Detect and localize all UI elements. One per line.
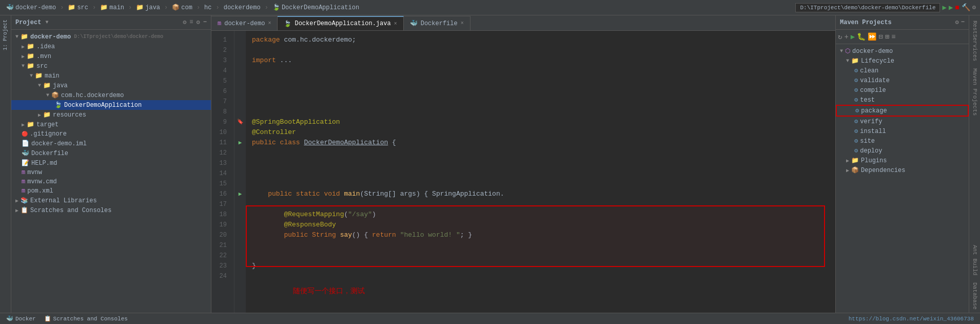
breadcrumb-sep7: › bbox=[265, 4, 268, 11]
panel-settings-icon[interactable]: ⚙ bbox=[197, 18, 200, 26]
maven-refresh-btn[interactable]: ↻ bbox=[838, 32, 842, 41]
code-line-3: import ... bbox=[252, 55, 829, 66]
settings-button[interactable]: ⚙ bbox=[972, 4, 976, 11]
tab-dockerfile[interactable]: 🐳 Dockerfile × bbox=[404, 16, 471, 30]
panel-sync-icon[interactable]: ⚙ bbox=[183, 18, 186, 26]
project-name-breadcrumb[interactable]: 🐳 docker-demo bbox=[4, 3, 58, 12]
maven-gear-test: ⚙ bbox=[854, 96, 858, 104]
build-button[interactable]: 🔨 bbox=[962, 3, 970, 12]
gutter-run-11[interactable]: ▶ bbox=[234, 138, 246, 148]
debug-button[interactable]: ▶ bbox=[949, 3, 953, 12]
maven-settings-icon[interactable]: ⚙ bbox=[955, 18, 959, 26]
maven-expand-btn[interactable]: ⊞ bbox=[885, 32, 889, 41]
tree-item-mvnwcmd[interactable]: m mvnw.cmd bbox=[11, 177, 211, 186]
kw-class: class bbox=[280, 138, 304, 148]
tree-item-dockerdemoapplication[interactable]: 🍃 DockerDemoApplication bbox=[11, 100, 211, 110]
breadcrumb: 🐳 docker-demo › 📁 src › 📁 main › 📁 java … bbox=[4, 3, 361, 12]
maven-item-root[interactable]: ▼ ⬡ docker-demo bbox=[836, 46, 969, 56]
tab-docker-demo-close[interactable]: × bbox=[268, 21, 271, 26]
maven-package-label: package bbox=[861, 107, 887, 115]
status-link[interactable]: https://blog.csdn.net/weixin_43606738 bbox=[849, 316, 974, 322]
code-package: com.hc.dockerdemo; bbox=[284, 35, 356, 45]
tab-docker-demo[interactable]: m docker-demo × bbox=[211, 16, 278, 30]
tree-item-java[interactable]: ▼ 📁 java bbox=[11, 81, 211, 90]
tree-item-external-libs[interactable]: ▶ 📚 External Libraries bbox=[11, 196, 211, 205]
tree-item-idea[interactable]: ▶ 📁 .idea bbox=[11, 42, 211, 51]
maven-install-label: install bbox=[860, 128, 886, 135]
maven-toolbar: ↻ + ▶ 🐛 ⏩ ⊟ ⊞ ≡ bbox=[836, 30, 969, 44]
project-strip-icon[interactable]: 1: Project bbox=[3, 17, 8, 52]
tree-item-mvnw[interactable]: m mvnw bbox=[11, 168, 211, 177]
maven-run-btn[interactable]: ▶ bbox=[851, 32, 855, 41]
strip-maven-projects[interactable]: Maven Projects bbox=[971, 65, 979, 119]
maven-item-compile[interactable]: ⚙ compile bbox=[836, 85, 969, 95]
maven-item-verify[interactable]: ⚙ verify bbox=[836, 117, 969, 126]
maven-panel: Maven Projects ⚙ − ↻ + ▶ 🐛 ⏩ ⊟ ⊞ ≡ ▼ ⬡ d… bbox=[835, 15, 969, 313]
bottom-docker[interactable]: 🐳 Docker bbox=[6, 315, 36, 322]
maven-item-validate[interactable]: ⚙ validate bbox=[836, 75, 969, 85]
bottom-docker-icon: 🐳 bbox=[6, 315, 13, 322]
ext-libs-icon: 📚 bbox=[21, 197, 28, 204]
tree-item-target[interactable]: ▶ 📁 target bbox=[11, 120, 211, 129]
kw-public-20: public bbox=[284, 230, 312, 240]
editor-with-gutter: 123456789101112131415161718192021222324 … bbox=[211, 31, 835, 313]
maven-item-lifecycle[interactable]: ▼ 📁 Lifecycle bbox=[836, 56, 969, 66]
tree-item-helpmd[interactable]: 📝 HELP.md bbox=[11, 158, 211, 168]
maven-item-plugins[interactable]: ▶ 📁 Plugins bbox=[836, 156, 969, 165]
strip-ant-build[interactable]: Ant Build bbox=[971, 242, 979, 278]
maven-skip-btn[interactable]: ⏩ bbox=[868, 32, 876, 41]
tree-item-scratches[interactable]: ▶ 📋 Scratches and Consoles bbox=[11, 205, 211, 215]
maven-debug-btn[interactable]: 🐛 bbox=[857, 32, 866, 41]
gutter-run-16[interactable]: ▶ bbox=[234, 189, 246, 199]
strip-rest-services[interactable]: RestServices bbox=[971, 17, 979, 64]
maven-gear-package: ⚙ bbox=[855, 107, 859, 115]
tree-root-docker-demo[interactable]: ▼ 📁 docker-demo D:\ITproject\demo\docker… bbox=[11, 32, 211, 42]
tree-item-gitignore[interactable]: 🔴 .gitignore bbox=[11, 129, 211, 139]
tree-item-main[interactable]: ▼ 📁 main bbox=[11, 71, 211, 81]
breadcrumb-com[interactable]: 📦 com bbox=[170, 3, 194, 12]
tree-item-package[interactable]: ▼ 📦 com.hc.dockerdemo bbox=[11, 90, 211, 100]
tab-dockerfile-close[interactable]: × bbox=[461, 21, 464, 26]
code-line-1: package com.hc.dockerdemo; bbox=[252, 35, 829, 45]
breadcrumb-main[interactable]: 📁 main bbox=[98, 3, 126, 12]
breadcrumb-java[interactable]: 📁 java bbox=[134, 3, 162, 12]
code-content[interactable]: package com.hc.dockerdemo; import ... @S… bbox=[246, 31, 835, 313]
breadcrumb-class[interactable]: 🍃 DockerDemoApplication bbox=[270, 3, 361, 12]
stop-button[interactable]: ■ bbox=[955, 4, 959, 12]
tree-item-dockerfile[interactable]: 🐳 Dockerfile bbox=[11, 148, 211, 158]
run-button[interactable]: ▶ bbox=[942, 3, 946, 12]
strip-database[interactable]: Database bbox=[971, 279, 979, 313]
bottom-scratches[interactable]: 📋 Scratches and Consoles bbox=[44, 315, 128, 322]
tree-item-src[interactable]: ▼ 📁 src bbox=[11, 61, 211, 71]
tree-item-mvn[interactable]: ▶ 📁 .mvn bbox=[11, 51, 211, 61]
maven-item-install[interactable]: ⚙ install bbox=[836, 126, 969, 136]
maven-item-test[interactable]: ⚙ test bbox=[836, 95, 969, 105]
gutter-row-10 bbox=[234, 127, 246, 138]
tree-item-pomxml[interactable]: m pom.xml bbox=[11, 186, 211, 196]
maven-item-deploy[interactable]: ⚙ deploy bbox=[836, 146, 969, 156]
tree-item-resources[interactable]: ▶ 📁 resources bbox=[11, 110, 211, 120]
tree-item-iml[interactable]: 📄 docker-demo.iml bbox=[11, 139, 211, 148]
maven-arrow-root: ▼ bbox=[840, 48, 843, 54]
tree-label-root: docker-demo bbox=[30, 33, 71, 41]
breadcrumb-hc[interactable]: hc bbox=[202, 3, 213, 12]
maven-item-package[interactable]: ⚙ package bbox=[836, 105, 969, 117]
maven-compile-label: compile bbox=[860, 87, 886, 94]
panel-collapse-icon[interactable]: ≡ bbox=[189, 18, 193, 26]
panel-dropdown[interactable]: ▼ bbox=[45, 20, 48, 25]
maven-item-site[interactable]: ⚙ site bbox=[836, 136, 969, 146]
breadcrumb-src[interactable]: 📁 src bbox=[66, 3, 90, 12]
class-dockerdemoapplication: DockerDemoApplication bbox=[304, 138, 388, 148]
maven-item-dependencies[interactable]: ▶ 📦 Dependencies bbox=[836, 165, 969, 175]
maven-minimize-icon[interactable]: − bbox=[961, 18, 965, 26]
tab-dockerdemoapplication-close[interactable]: × bbox=[394, 21, 397, 27]
breadcrumb-dockerdemo[interactable]: dockerdemo bbox=[222, 3, 263, 12]
tab-dockerdemoapplication[interactable]: 🍃 DockerDemoApplication.java × bbox=[278, 16, 403, 30]
panel-minimize-icon[interactable]: − bbox=[203, 18, 207, 26]
maven-add-btn[interactable]: + bbox=[844, 33, 848, 41]
maven-panel-title: Maven Projects bbox=[840, 19, 892, 26]
kw-return: return bbox=[372, 230, 400, 240]
maven-more-btn[interactable]: ≡ bbox=[891, 33, 895, 41]
maven-collapse-btn[interactable]: ⊟ bbox=[878, 32, 883, 41]
maven-item-clean[interactable]: ⚙ clean bbox=[836, 66, 969, 75]
